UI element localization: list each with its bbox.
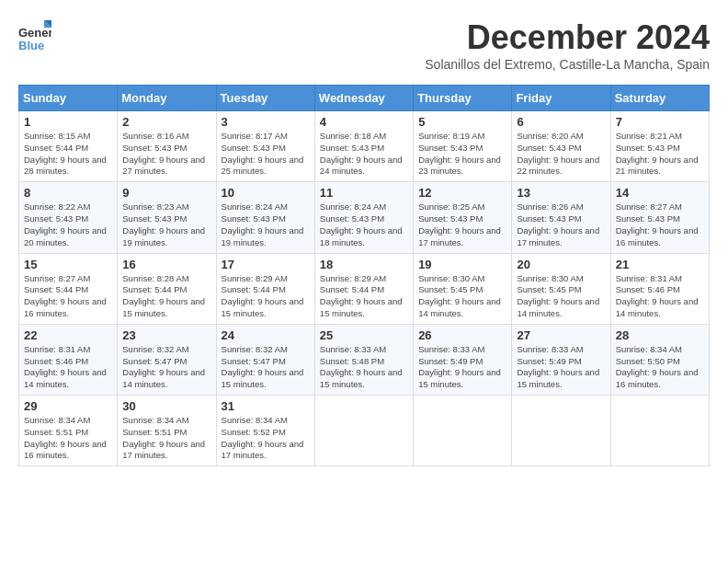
day-info: Sunrise: 8:16 AM Sunset: 5:43 PM Dayligh… [122,131,210,178]
day-number: 13 [517,186,605,200]
day-number: 22 [24,328,112,342]
day-info: Sunrise: 8:34 AM Sunset: 5:50 PM Dayligh… [616,344,704,391]
calendar-cell: 8 Sunrise: 8:22 AM Sunset: 5:43 PM Dayli… [19,182,118,253]
calendar-cell: 4 Sunrise: 8:18 AM Sunset: 5:43 PM Dayli… [314,111,413,182]
day-info: Sunrise: 8:24 AM Sunset: 5:43 PM Dayligh… [222,201,310,248]
location-subtitle: Solanillos del Extremo, Castille-La Manc… [425,57,710,72]
header-tuesday: Tuesday [216,86,314,111]
day-info: Sunrise: 8:27 AM Sunset: 5:43 PM Dayligh… [616,201,704,248]
calendar-cell: 18 Sunrise: 8:29 AM Sunset: 5:44 PM Dayl… [314,253,413,324]
calendar-cell: 12 Sunrise: 8:25 AM Sunset: 5:43 PM Dayl… [414,182,512,253]
calendar-cell: 22 Sunrise: 8:31 AM Sunset: 5:46 PM Dayl… [19,324,118,395]
calendar-cell: 14 Sunrise: 8:27 AM Sunset: 5:43 PM Dayl… [610,182,709,253]
day-number: 4 [320,115,408,129]
calendar-cell: 29 Sunrise: 8:34 AM Sunset: 5:51 PM Dayl… [19,396,118,466]
calendar-cell: 20 Sunrise: 8:30 AM Sunset: 5:45 PM Dayl… [512,253,610,324]
day-number: 14 [616,186,704,200]
month-title: December 2024 [425,18,710,57]
calendar-cell: 25 Sunrise: 8:33 AM Sunset: 5:48 PM Dayl… [314,324,413,395]
day-number: 1 [24,115,112,129]
day-info: Sunrise: 8:17 AM Sunset: 5:43 PM Dayligh… [222,131,310,178]
calendar-cell: 5 Sunrise: 8:19 AM Sunset: 5:43 PM Dayli… [414,111,512,182]
calendar-cell: 31 Sunrise: 8:34 AM Sunset: 5:52 PM Dayl… [216,396,314,466]
day-info: Sunrise: 8:18 AM Sunset: 5:43 PM Dayligh… [320,131,408,178]
day-info: Sunrise: 8:24 AM Sunset: 5:43 PM Dayligh… [320,201,408,248]
calendar-cell: 30 Sunrise: 8:34 AM Sunset: 5:51 PM Dayl… [118,396,216,466]
header-sunday: Sunday [19,86,118,111]
svg-text:Blue: Blue [18,39,44,52]
day-number: 30 [122,399,210,413]
header-thursday: Thursday [414,86,512,111]
calendar-cell [512,396,610,466]
calendar-week-row: 8 Sunrise: 8:22 AM Sunset: 5:43 PM Dayli… [19,182,710,253]
day-info: Sunrise: 8:31 AM Sunset: 5:46 PM Dayligh… [616,273,704,320]
day-number: 11 [320,186,408,200]
calendar-cell: 6 Sunrise: 8:20 AM Sunset: 5:43 PM Dayli… [512,111,610,182]
day-number: 6 [517,115,605,129]
calendar-cell: 27 Sunrise: 8:33 AM Sunset: 5:49 PM Dayl… [512,324,610,395]
day-number: 24 [222,328,310,342]
calendar-cell: 3 Sunrise: 8:17 AM Sunset: 5:43 PM Dayli… [216,111,314,182]
day-number: 16 [122,258,210,271]
day-info: Sunrise: 8:32 AM Sunset: 5:47 PM Dayligh… [222,344,310,391]
calendar-cell: 16 Sunrise: 8:28 AM Sunset: 5:44 PM Dayl… [118,253,216,324]
day-info: Sunrise: 8:29 AM Sunset: 5:44 PM Dayligh… [222,273,310,320]
calendar-cell [314,396,413,466]
logo: General Blue [18,18,55,52]
calendar-cell: 11 Sunrise: 8:24 AM Sunset: 5:43 PM Dayl… [314,182,413,253]
day-number: 19 [418,258,506,271]
calendar-cell: 13 Sunrise: 8:26 AM Sunset: 5:43 PM Dayl… [512,182,610,253]
day-number: 26 [418,328,506,342]
day-info: Sunrise: 8:30 AM Sunset: 5:45 PM Dayligh… [418,273,506,320]
calendar-cell [610,396,709,466]
calendar-cell: 24 Sunrise: 8:32 AM Sunset: 5:47 PM Dayl… [216,324,314,395]
calendar-week-row: 29 Sunrise: 8:34 AM Sunset: 5:51 PM Dayl… [19,396,710,466]
calendar-table: Sunday Monday Tuesday Wednesday Thursday… [18,85,710,466]
day-number: 5 [418,115,506,129]
day-info: Sunrise: 8:15 AM Sunset: 5:44 PM Dayligh… [24,131,112,178]
day-info: Sunrise: 8:29 AM Sunset: 5:44 PM Dayligh… [320,273,408,320]
calendar-cell: 19 Sunrise: 8:30 AM Sunset: 5:45 PM Dayl… [414,253,512,324]
day-number: 20 [517,258,605,271]
day-number: 10 [222,186,310,200]
day-info: Sunrise: 8:34 AM Sunset: 5:51 PM Dayligh… [24,415,112,462]
header-saturday: Saturday [610,86,709,111]
day-info: Sunrise: 8:20 AM Sunset: 5:43 PM Dayligh… [517,131,605,178]
weekday-header-row: Sunday Monday Tuesday Wednesday Thursday… [19,86,710,111]
day-info: Sunrise: 8:33 AM Sunset: 5:49 PM Dayligh… [418,344,506,391]
calendar-week-row: 15 Sunrise: 8:27 AM Sunset: 5:44 PM Dayl… [19,253,710,324]
day-number: 23 [122,328,210,342]
calendar-cell: 7 Sunrise: 8:21 AM Sunset: 5:43 PM Dayli… [610,111,709,182]
day-info: Sunrise: 8:26 AM Sunset: 5:43 PM Dayligh… [517,201,605,248]
day-number: 8 [24,186,112,200]
header-monday: Monday [118,86,216,111]
day-info: Sunrise: 8:22 AM Sunset: 5:43 PM Dayligh… [24,201,112,248]
calendar-cell: 21 Sunrise: 8:31 AM Sunset: 5:46 PM Dayl… [610,253,709,324]
day-info: Sunrise: 8:25 AM Sunset: 5:43 PM Dayligh… [418,201,506,248]
day-number: 9 [122,186,210,200]
day-info: Sunrise: 8:31 AM Sunset: 5:46 PM Dayligh… [24,344,112,391]
day-number: 29 [24,399,112,413]
day-info: Sunrise: 8:34 AM Sunset: 5:51 PM Dayligh… [122,415,210,462]
calendar-cell: 1 Sunrise: 8:15 AM Sunset: 5:44 PM Dayli… [19,111,118,182]
day-number: 25 [320,328,408,342]
logo-icon: General Blue [18,18,51,52]
day-info: Sunrise: 8:28 AM Sunset: 5:44 PM Dayligh… [122,273,210,320]
calendar-cell: 2 Sunrise: 8:16 AM Sunset: 5:43 PM Dayli… [118,111,216,182]
day-info: Sunrise: 8:19 AM Sunset: 5:43 PM Dayligh… [418,131,506,178]
day-number: 18 [320,258,408,271]
day-number: 7 [616,115,704,129]
day-number: 2 [122,115,210,129]
page-header: General Blue December 2024 Solanillos de… [18,18,710,81]
day-info: Sunrise: 8:21 AM Sunset: 5:43 PM Dayligh… [616,131,704,178]
day-number: 31 [222,399,310,413]
day-info: Sunrise: 8:23 AM Sunset: 5:43 PM Dayligh… [122,201,210,248]
day-number: 15 [24,258,112,271]
day-number: 21 [616,258,704,271]
day-info: Sunrise: 8:34 AM Sunset: 5:52 PM Dayligh… [222,415,310,462]
day-info: Sunrise: 8:30 AM Sunset: 5:45 PM Dayligh… [517,273,605,320]
calendar-week-row: 1 Sunrise: 8:15 AM Sunset: 5:44 PM Dayli… [19,111,710,182]
calendar-cell [414,396,512,466]
day-number: 17 [222,258,310,271]
day-number: 3 [222,115,310,129]
